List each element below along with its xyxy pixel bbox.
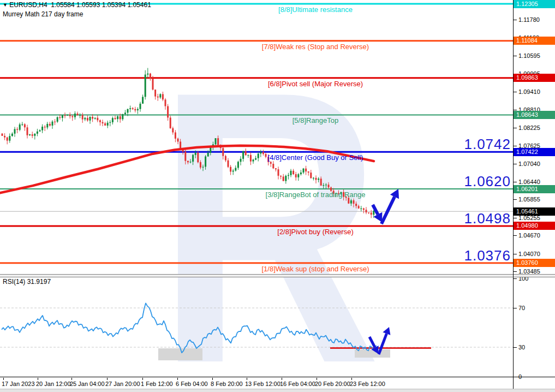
price-badge-8-8: 1.12305 (514, 0, 555, 8)
price-tick-label: 1.06440 (518, 179, 540, 185)
time-tick (247, 378, 247, 380)
price-tick-label: 1.07040 (518, 161, 540, 167)
rsi-tick-label: 70 (518, 305, 525, 311)
time-tick (282, 378, 282, 380)
price-tick (514, 254, 517, 254)
price-badge-4-8: 1.07422 (514, 148, 555, 156)
price-tick (514, 235, 517, 236)
symbol-dropdown-icon[interactable]: ▼ (3, 2, 8, 8)
time-label: 1 Feb 12:00 (141, 381, 173, 387)
time-label: 8 Feb 20:00 (211, 381, 243, 387)
rsi-tick (514, 308, 517, 308)
time-tick (142, 378, 143, 380)
time-tick (351, 378, 352, 380)
price-tick-label: 1.11780 (518, 16, 540, 23)
price-tick (514, 20, 517, 20)
time-label: 16 Feb 04:00 (280, 381, 315, 387)
price-axis-border (513, 0, 514, 389)
time-label: 25 Jan 04:00 (70, 381, 105, 387)
price-badge-6-8: 1.09863 (514, 74, 555, 82)
terminal-window: R ▼ EURUSD,H4 1.05584 1.05593 1.05394 1.… (0, 0, 555, 392)
bottom-strip (0, 389, 555, 392)
price-tick (514, 218, 517, 218)
watermark-letter: R (157, 10, 381, 378)
price-tick (514, 182, 517, 182)
price-tick (514, 164, 517, 164)
chart-canvas[interactable]: R (0, 0, 513, 378)
time-label: 27 Jan 20:00 (105, 381, 140, 387)
rsi-tick (514, 278, 517, 279)
pane-border-bottom (0, 277, 555, 277)
time-label: 20 Jan 12:00 (36, 381, 71, 387)
chart-area[interactable]: R ▼ EURUSD,H4 1.05584 1.05593 1.05394 1.… (0, 0, 513, 378)
time-label: 20 Feb 20:00 (315, 381, 350, 387)
price-tick (514, 56, 517, 56)
price-tick (514, 128, 517, 128)
price-tick-label: 1.08225 (518, 124, 540, 131)
time-tick (3, 378, 4, 380)
rsi-tick-label: 30 (518, 344, 525, 351)
pane-border-top (0, 274, 555, 275)
time-label: 13 Feb 12:00 (245, 381, 281, 387)
price-tick-label: 1.09410 (518, 88, 540, 95)
rsi-tick (514, 347, 517, 348)
time-axis[interactable]: 17 Jan 202320 Jan 12:0025 Jan 04:0027 Ja… (0, 377, 513, 389)
time-label: 17 Jan 2023 (2, 381, 35, 387)
price-tick-label: 1.04670 (518, 232, 540, 239)
time-label: 23 Feb 12:00 (350, 381, 385, 387)
price-tick-label: 1.05855 (518, 196, 540, 203)
time-tick (317, 378, 317, 380)
price-tick (514, 92, 517, 92)
price-badge-7-8: 1.11084 (514, 37, 555, 45)
price-axis[interactable]: 1.117801.111901.105951.099951.094101.088… (514, 0, 555, 389)
price-badge-1-8: 1.03760 (514, 259, 555, 267)
price-badge-3-8: 1.06201 (514, 185, 555, 193)
price-badge-5-8: 1.08643 (514, 111, 555, 119)
price-tick (514, 110, 517, 110)
price-tick (514, 146, 517, 146)
price-tick-label: 1.04070 (518, 251, 540, 257)
time-tick (38, 378, 38, 380)
time-tick (177, 378, 178, 380)
time-tick (71, 378, 72, 380)
price-tick (514, 199, 517, 200)
price-tick-label: 1.10595 (518, 52, 540, 59)
time-label: 6 Feb 04:00 (176, 381, 208, 387)
price-badge-2-8: 1.04980 (514, 222, 555, 230)
time-tick (107, 378, 108, 380)
time-tick (212, 378, 213, 380)
price-tick (514, 271, 517, 272)
current-price-badge: 1.05461 (514, 207, 555, 216)
